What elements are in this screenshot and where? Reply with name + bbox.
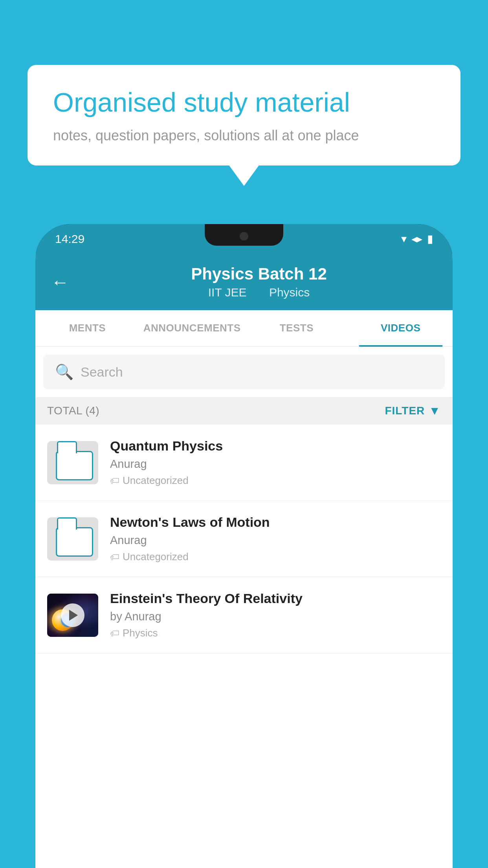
filter-button[interactable]: FILTER ▼ (385, 404, 441, 417)
tab-videos[interactable]: VIDEOS (349, 310, 453, 346)
filter-label: FILTER (385, 405, 425, 417)
video-thumbnail-1 (47, 441, 98, 484)
phone-screen: ← Physics Batch 12 IIT JEE Physics MENTS… (35, 254, 453, 868)
tag-icon: 🏷 (110, 552, 119, 563)
search-placeholder: Search (81, 364, 123, 380)
video-title-2: Newton's Laws of Motion (110, 515, 441, 530)
speech-bubble: Organised study material notes, question… (28, 65, 460, 166)
folder-icon (51, 445, 94, 480)
subtitle-physics: Physics (269, 286, 310, 299)
filter-icon: ▼ (429, 404, 441, 417)
video-title-3: Einstein's Theory Of Relativity (110, 591, 441, 606)
folder-icon (51, 521, 94, 557)
video-list: Quantum Physics Anurag 🏷 Uncategorized (35, 425, 453, 868)
video-author-2: Anurag (110, 534, 441, 547)
search-icon: 🔍 (55, 363, 73, 381)
signal-icon: ◂▸ (411, 232, 422, 245)
video-title-1: Quantum Physics (110, 438, 441, 454)
app-header: ← Physics Batch 12 IIT JEE Physics (35, 254, 453, 310)
bubble-title: Organised study material (53, 86, 435, 119)
search-bar[interactable]: 🔍 Search (43, 355, 445, 389)
list-item[interactable]: Einstein's Theory Of Relativity by Anura… (35, 577, 453, 653)
header-subtitle: IIT JEE Physics (81, 286, 437, 299)
video-thumbnail-2 (47, 517, 98, 561)
tag-label-2: Uncategorized (123, 551, 189, 563)
status-time: 14:29 (55, 232, 84, 246)
tag-icon: 🏷 (110, 628, 119, 639)
video-info-3: Einstein's Theory Of Relativity by Anura… (110, 591, 441, 639)
status-icons: ▾ ◂▸ ▮ (401, 232, 433, 245)
speech-bubble-container: Organised study material notes, question… (28, 65, 460, 166)
battery-icon: ▮ (427, 232, 433, 245)
video-tag-1: 🏷 Uncategorized (110, 474, 441, 487)
back-button[interactable]: ← (51, 271, 69, 292)
tabs: MENTS ANNOUNCEMENTS TESTS VIDEOS (35, 310, 453, 347)
video-info-2: Newton's Laws of Motion Anurag 🏷 Uncateg… (110, 515, 441, 563)
wifi-icon: ▾ (401, 232, 407, 245)
header-title: Physics Batch 12 (81, 265, 437, 283)
video-thumbnail-3 (47, 594, 98, 637)
play-triangle (69, 610, 78, 621)
tag-label-1: Uncategorized (123, 474, 189, 487)
tab-ments[interactable]: MENTS (35, 310, 139, 346)
video-tag-2: 🏷 Uncategorized (110, 551, 441, 563)
video-author-3: by Anurag (110, 610, 441, 623)
tab-announcements[interactable]: ANNOUNCEMENTS (139, 310, 245, 346)
header-title-block: Physics Batch 12 IIT JEE Physics (81, 265, 437, 299)
tag-label-3: Physics (123, 627, 158, 639)
bubble-subtitle: notes, question papers, solutions all at… (53, 127, 435, 144)
list-item[interactable]: Quantum Physics Anurag 🏷 Uncategorized (35, 425, 453, 501)
subtitle-iit: IIT JEE (208, 286, 247, 299)
tab-tests[interactable]: TESTS (244, 310, 349, 346)
camera (240, 232, 248, 241)
filter-bar: TOTAL (4) FILTER ▼ (35, 397, 453, 425)
tag-icon: 🏷 (110, 475, 119, 486)
notch (205, 224, 283, 246)
total-count: TOTAL (4) (47, 405, 99, 417)
video-author-1: Anurag (110, 458, 441, 471)
play-button[interactable] (61, 603, 84, 627)
list-item[interactable]: Newton's Laws of Motion Anurag 🏷 Uncateg… (35, 501, 453, 577)
phone-frame: 14:29 ▾ ◂▸ ▮ ← Physics Batch 12 IIT JEE … (35, 224, 453, 868)
video-tag-3: 🏷 Physics (110, 627, 441, 639)
video-info-1: Quantum Physics Anurag 🏷 Uncategorized (110, 438, 441, 487)
